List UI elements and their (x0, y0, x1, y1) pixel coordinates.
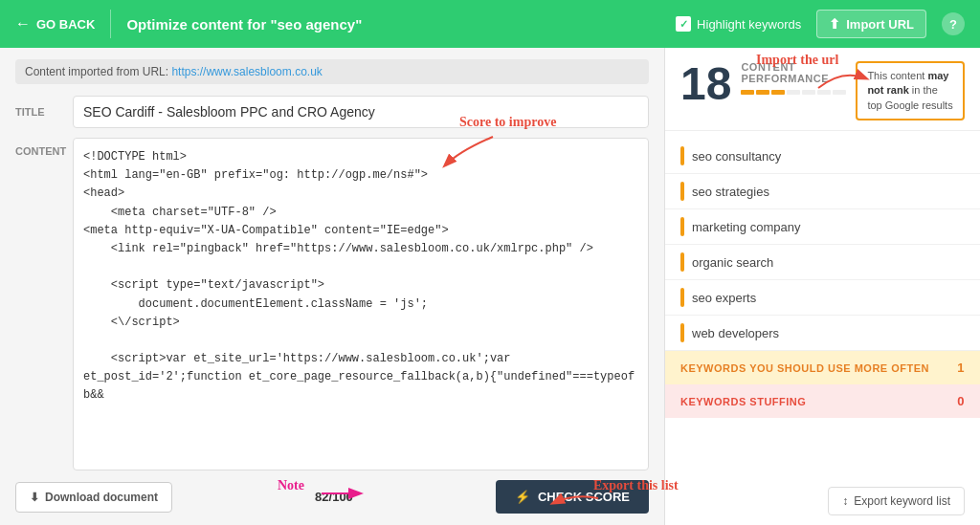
export-label: Export keyword list (854, 494, 950, 508)
title-input[interactable] (73, 96, 649, 128)
download-label: Download document (45, 491, 158, 504)
keyword-indicator (680, 252, 684, 272)
download-button[interactable]: ⬇ Download document (15, 482, 172, 513)
keyword-indicator (680, 217, 684, 236)
keyword-indicator (680, 182, 684, 201)
highlight-keywords-toggle[interactable]: ✓ Highlight keywords (676, 16, 801, 32)
import-url-label: Import URL (846, 17, 914, 32)
content-area-wrapper: CONTENT <!DOCTYPE html> <html lang="en-G… (15, 138, 649, 470)
score-display: 82/100 (315, 490, 353, 504)
list-item: seo strategies (665, 174, 980, 209)
performance-top: 18 CONTENT PERFORMANCE (680, 61, 965, 120)
left-panel: Content imported from URL: https://www.s… (0, 48, 664, 525)
score-bar (741, 90, 846, 95)
title-prefix: Optimize content for (126, 16, 270, 33)
header: ← GO BACK Optimize content for "seo agen… (0, 0, 980, 48)
export-row: ↕ Export keyword list (665, 477, 980, 525)
import-icon: ⬆ (829, 16, 840, 32)
score-seg-4 (787, 90, 800, 95)
performance-section: 18 CONTENT PERFORMANCE (665, 48, 980, 131)
header-right: ✓ Highlight keywords ⬆ Import URL ? (676, 10, 965, 38)
score-seg-6 (817, 90, 831, 95)
keyword-text: marketing company (692, 220, 800, 234)
stuffing-count: 0 (957, 394, 965, 408)
highlight-keywords-label: Highlight keywords (697, 17, 801, 32)
not-rank-text1: This content (867, 70, 927, 81)
keyword-text: seo strategies (692, 185, 769, 199)
keyword-indicator (680, 323, 684, 342)
main-content: Content imported from URL: https://www.s… (0, 48, 980, 525)
stuffing-label: KEYWORDS STUFFING (680, 396, 806, 407)
go-back-label: GO BACK (36, 17, 95, 32)
export-icon: ↕ (842, 494, 848, 508)
back-arrow-icon: ← (15, 15, 31, 33)
url-bar: Content imported from URL: https://www.s… (15, 59, 649, 84)
title-label: TITLE (15, 106, 73, 118)
header-title: Optimize content for "seo agency" (126, 16, 660, 33)
keyword-indicator (680, 288, 684, 307)
score-seg-1 (741, 90, 754, 95)
score-info: CONTENT PERFORMANCE (741, 61, 846, 95)
bottom-bar: ⬇ Download document 82/100 ⚡ CHECK SCORE (15, 470, 649, 514)
header-divider (110, 10, 111, 38)
should-use-count: 1 (957, 361, 965, 375)
score-label-text: CONTENT PERFORMANCE (741, 61, 846, 84)
help-button[interactable]: ? (942, 12, 965, 35)
score-seg-2 (756, 90, 769, 95)
keyword-text: organic search (692, 255, 773, 270)
lightning-icon: ⚡ (515, 490, 530, 504)
score-seg-5 (802, 90, 815, 95)
check-score-button[interactable]: ⚡ CHECK SCORE (496, 480, 649, 514)
should-use-label: KEYWORDS YOU SHOULD USE MORE OFTEN (680, 362, 929, 374)
keyword-text: web developers (692, 326, 779, 340)
help-label: ? (949, 17, 957, 32)
keywords-list: seo consultancy seo strategies marketing… (665, 131, 980, 477)
url-prefix: Content imported from URL: (25, 65, 171, 78)
export-keyword-button[interactable]: ↕ Export keyword list (828, 487, 965, 515)
list-item: seo consultancy (665, 139, 980, 174)
score-number-value: 18 (680, 58, 731, 109)
check-score-label: CHECK SCORE (538, 490, 630, 504)
right-panel: 18 CONTENT PERFORMANCE (664, 48, 980, 525)
keyword-text: seo consultancy (692, 149, 781, 164)
score-seg-7 (833, 90, 846, 95)
score-value: 82/100 (315, 490, 353, 504)
should-use-header: KEYWORDS YOU SHOULD USE MORE OFTEN 1 (665, 351, 980, 384)
stuffing-header: KEYWORDS STUFFING 0 (665, 384, 980, 418)
title-keyword: "seo agency" (270, 16, 362, 33)
content-label: CONTENT (15, 138, 73, 470)
list-item: organic search (665, 245, 980, 280)
list-item: seo experts (665, 280, 980, 316)
not-rank-badge: This content may not rank in the top Goo… (856, 61, 965, 120)
import-url-button[interactable]: ⬆ Import URL (816, 10, 926, 38)
keyword-text: seo experts (692, 291, 756, 305)
score-number: 18 (680, 61, 731, 107)
checkmark-icon: ✓ (679, 18, 688, 31)
download-icon: ⬇ (30, 491, 39, 504)
list-item: web developers (665, 316, 980, 351)
list-item: marketing company (665, 209, 980, 245)
score-seg-3 (771, 90, 785, 95)
go-back-button[interactable]: ← GO BACK (15, 15, 95, 33)
checkbox-icon: ✓ (676, 16, 691, 32)
title-row: TITLE (15, 96, 649, 128)
url-link[interactable]: https://www.salesbloom.co.uk (171, 65, 322, 78)
keyword-indicator (680, 146, 684, 165)
content-editor[interactable]: <!DOCTYPE html> <html lang="en-GB" prefi… (73, 138, 649, 470)
